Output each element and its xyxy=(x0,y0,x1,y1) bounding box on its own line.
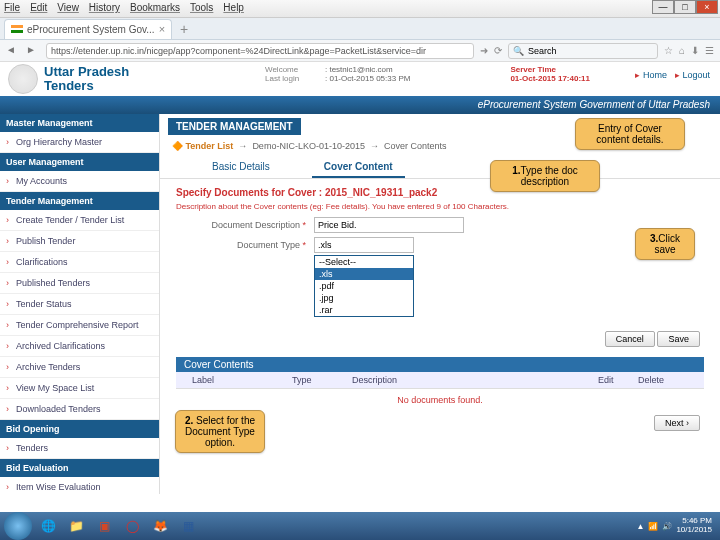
toolbar-icons: ☆ ⌂ ⬇ ☰ xyxy=(664,45,714,56)
powerpoint-icon[interactable]: ▣ xyxy=(92,516,116,536)
tab-close-icon[interactable]: × xyxy=(159,23,165,35)
sidebar-item-archive-tenders[interactable]: Archive Tenders xyxy=(0,357,159,378)
site-banner: eProcurement System Government of Uttar … xyxy=(0,96,720,114)
word-icon[interactable]: ▦ xyxy=(176,516,200,536)
sidebar-item-create-tender[interactable]: Create Tender / Tender List xyxy=(0,210,159,231)
grid-header: Label Type Description Edit Delete xyxy=(176,372,704,389)
col-label: Label xyxy=(192,375,292,385)
type-option-pdf[interactable]: .pdf xyxy=(315,280,413,292)
refresh-icon[interactable]: ⟳ xyxy=(494,45,502,56)
minimize-button[interactable]: — xyxy=(652,0,674,14)
search-box[interactable]: Search xyxy=(508,43,658,59)
sidebar-section-tender: Tender Management xyxy=(0,192,159,210)
breadcrumb-last: Cover Contents xyxy=(384,141,447,151)
sidebar-item-clarifications[interactable]: Clarifications xyxy=(0,252,159,273)
annotation-step1: 1.Type the doc description xyxy=(490,160,600,192)
no-documents: No documents found. xyxy=(176,389,704,411)
col-edit: Edit xyxy=(598,375,638,385)
star-icon[interactable]: ☆ xyxy=(664,45,673,56)
menu-help[interactable]: Help xyxy=(223,2,244,15)
tab-title: eProcurement System Gov... xyxy=(27,24,155,35)
tray-flag-icon[interactable]: ▲ xyxy=(636,522,644,531)
sidebar-section-user: User Management xyxy=(0,153,159,171)
sidebar-section-bid-eval: Bid Evaluation xyxy=(0,459,159,477)
breadcrumb-mid: Demo-NIC-LKO-01-10-2015 xyxy=(252,141,365,151)
menu-edit[interactable]: Edit xyxy=(30,2,47,15)
tab-cover-content[interactable]: Cover Content xyxy=(312,157,405,178)
main-layout: Master Management Org Hierarchy Master U… xyxy=(0,114,720,494)
site-header: Uttar Pradesh Tenders Welcome: testnic1@… xyxy=(0,62,720,96)
tray-clock[interactable]: 5:46 PM 10/1/2015 xyxy=(676,517,716,535)
close-button[interactable]: × xyxy=(696,0,718,14)
col-delete: Delete xyxy=(638,375,688,385)
breadcrumb-back[interactable]: Tender List xyxy=(186,141,234,151)
sidebar-item-downloaded[interactable]: Downloaded Tenders xyxy=(0,399,159,420)
new-tab-button[interactable]: + xyxy=(176,21,192,37)
col-type: Type xyxy=(292,375,352,385)
sidebar-item-my-space[interactable]: View My Space List xyxy=(0,378,159,399)
sidebar-section-master: Master Management xyxy=(0,114,159,132)
sidebar-item-published-tenders[interactable]: Published Tenders xyxy=(0,273,159,294)
browser-menubar[interactable]: File Edit View History Bookmarks Tools H… xyxy=(0,0,720,18)
back-icon[interactable]: ◄ xyxy=(6,44,20,58)
annotation-step3: 3.Click save xyxy=(635,228,695,260)
type-select[interactable] xyxy=(314,237,414,253)
menu-view[interactable]: View xyxy=(57,2,79,15)
type-option-xls[interactable]: .xls xyxy=(315,268,413,280)
site-title: Uttar Pradesh Tenders xyxy=(44,65,129,94)
desc-label: Document Description * xyxy=(176,220,306,230)
start-button[interactable] xyxy=(4,512,32,540)
menu-file[interactable]: File xyxy=(4,2,20,15)
type-dropdown-list[interactable]: --Select-- .xls .pdf .jpg .rar xyxy=(314,255,414,317)
tray-network-icon[interactable]: 📶 xyxy=(648,522,658,531)
sidebar-item-my-accounts[interactable]: My Accounts xyxy=(0,171,159,192)
desc-input[interactable] xyxy=(314,217,464,233)
sidebar-item-comp-report[interactable]: Tender Comprehensive Report xyxy=(0,315,159,336)
sidebar-item-publish-tender[interactable]: Publish Tender xyxy=(0,231,159,252)
browser-tabbar: eProcurement System Gov... × + xyxy=(0,18,720,40)
form-hint: Description about the Cover contents (eg… xyxy=(176,202,704,211)
menu-tools[interactable]: Tools xyxy=(190,2,213,15)
content-tabs: Basic Details Cover Content xyxy=(160,157,720,179)
next-button[interactable]: Next › xyxy=(654,415,700,431)
menu-icon[interactable]: ☰ xyxy=(705,45,714,56)
firefox-icon[interactable]: 🦊 xyxy=(148,516,172,536)
browser-urlbar: ◄ ► ➜ ⟳ Search ☆ ⌂ ⬇ ☰ xyxy=(0,40,720,62)
sidebar-item-tender-status[interactable]: Tender Status xyxy=(0,294,159,315)
save-button[interactable]: Save xyxy=(657,331,700,347)
menu-bookmarks[interactable]: Bookmarks xyxy=(130,2,180,15)
url-input[interactable] xyxy=(46,43,474,59)
system-tray[interactable]: ▲ 📶 🔊 5:46 PM 10/1/2015 xyxy=(636,517,716,535)
sidebar-section-bid-opening: Bid Opening xyxy=(0,420,159,438)
maximize-button[interactable]: □ xyxy=(674,0,696,14)
sidebar-item-item-wise[interactable]: Item Wise Evaluation xyxy=(0,477,159,494)
opera-icon[interactable]: ◯ xyxy=(120,516,144,536)
taskbar[interactable]: 🌐 📁 ▣ ◯ 🦊 ▦ ▲ 📶 🔊 5:46 PM 10/1/2015 xyxy=(0,512,720,540)
download-icon[interactable]: ⬇ xyxy=(691,45,699,56)
section-header: TENDER MANAGEMENT xyxy=(168,118,301,135)
server-time: Server Time 01-Oct-2015 17:40:11 xyxy=(510,65,590,83)
sidebar-item-archived-clar[interactable]: Archived Clarifications xyxy=(0,336,159,357)
ie-icon[interactable]: 🌐 xyxy=(36,516,60,536)
tray-volume-icon[interactable]: 🔊 xyxy=(662,522,672,531)
type-option-rar[interactable]: .rar xyxy=(315,304,413,316)
menu-history[interactable]: History xyxy=(89,2,120,15)
home-link[interactable]: Home xyxy=(635,70,667,80)
forward-icon[interactable]: ► xyxy=(26,44,40,58)
home-icon[interactable]: ⌂ xyxy=(679,45,685,56)
header-links: Home Logout xyxy=(635,70,710,80)
sidebar-item-tenders[interactable]: Tenders xyxy=(0,438,159,459)
logout-link[interactable]: Logout xyxy=(675,70,710,80)
cover-contents-header: Cover Contents xyxy=(176,357,704,372)
cancel-button[interactable]: Cancel xyxy=(605,331,655,347)
type-option-select[interactable]: --Select-- xyxy=(315,256,413,268)
go-icon[interactable]: ➜ xyxy=(480,45,488,56)
browser-tab[interactable]: eProcurement System Gov... × xyxy=(4,19,172,39)
header-user-info: Welcome: testnic1@nic.com Last login: 01… xyxy=(265,65,410,83)
tab-basic-details[interactable]: Basic Details xyxy=(200,157,282,178)
type-option-jpg[interactable]: .jpg xyxy=(315,292,413,304)
sidebar-item-org-hierarchy[interactable]: Org Hierarchy Master xyxy=(0,132,159,153)
annotation-step2: 2. Select for the Document Type option. xyxy=(175,410,265,453)
type-label: Document Type * xyxy=(176,240,306,250)
explorer-icon[interactable]: 📁 xyxy=(64,516,88,536)
